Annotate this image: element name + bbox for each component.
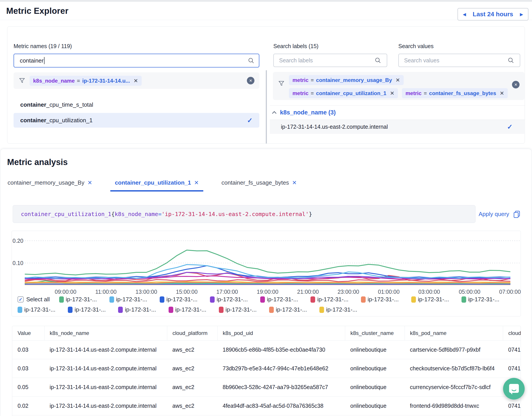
table-column-header: k8s_cluster_name: [345, 326, 405, 340]
legend-item[interactable]: ip-172-31-...: [462, 296, 499, 303]
legend-label: ip-172-31-...: [75, 306, 106, 313]
legend-item[interactable]: ip-172-31-...: [319, 306, 357, 313]
x-axis-label: 11:00:00: [95, 289, 116, 295]
table-cell: 07415: [503, 359, 521, 378]
select-all-checkbox[interactable]: ✓ Select all: [18, 296, 50, 303]
remove-filter-icon[interactable]: ✕: [390, 90, 394, 96]
metric-list-item[interactable]: container_cpu_utilization_1✓: [14, 113, 259, 128]
table-cell: [44, 415, 167, 416]
legend-item[interactable]: ip-172-31-...: [411, 296, 449, 303]
legend-item[interactable]: ip-172-31-...: [160, 296, 198, 303]
query-label-value: 'ip-172-31-14-14.us-east-2.compute.inter…: [162, 211, 309, 217]
label-group: k8s_node_name (3) ip-172-31-14-14.us-eas…: [270, 105, 525, 134]
close-tab-icon[interactable]: ✕: [292, 179, 297, 186]
filter-chip-key: metric: [405, 90, 421, 96]
filter-icon: [19, 78, 25, 84]
tab-label: container_memory_usage_By: [8, 179, 84, 186]
clear-all-filters-button[interactable]: ✕: [512, 81, 520, 89]
x-axis-label: 23:00:00: [338, 289, 359, 295]
x-axis-label: 13:00:00: [135, 289, 157, 295]
table-row[interactable]: 0.02ip-172-31-14-14.us-east-2.compute.in…: [12, 396, 521, 415]
close-tab-icon[interactable]: ✕: [87, 179, 92, 186]
legend-item[interactable]: ip-172-31-...: [361, 296, 399, 303]
legend-item[interactable]: ip-172-31-...: [311, 296, 348, 303]
chart-legend-row-2: ip-172-31-...ip-172-31-...ip-172-31-...i…: [18, 306, 370, 313]
legend-item[interactable]: ip-172-31-...: [118, 306, 156, 313]
tab-container_cpu_utilization_1[interactable]: container_cpu_utilization_1✕: [110, 178, 203, 191]
query-label-key: k8s_node_name: [114, 211, 158, 217]
table-cell: ip-172-31-14-14.us-east-2.compute.intern…: [44, 396, 167, 415]
label-group-title: k8s_node_name (3): [280, 109, 336, 116]
table-cell: aws_ec2: [167, 340, 217, 359]
remove-filter-icon[interactable]: ✕: [500, 90, 504, 96]
filter-chip: k8s_node_name = ip-172-31-14-14.u... ✕: [29, 76, 142, 86]
remove-filter-icon[interactable]: ✕: [396, 77, 400, 83]
filter-chip-value: container_memory_usage_By: [316, 77, 392, 83]
table-cell: 18906cb5-e86b-4f85-b35e-ecb0ae4fa730: [217, 340, 345, 359]
legend-label: ip-172-31-...: [166, 296, 198, 303]
close-tab-icon[interactable]: ✕: [194, 179, 199, 186]
tab-container_memory_usage_By[interactable]: container_memory_usage_By✕: [3, 178, 96, 191]
explorer-card: Metric names (19 / 119) container k8s_no…: [7, 26, 525, 144]
filter-chip: metric=container_cpu_utilization_1✕: [289, 88, 398, 98]
select-all-label: Select all: [26, 296, 50, 303]
search-values-input[interactable]: [398, 54, 520, 67]
legend-swatch: [269, 307, 274, 313]
table-cell: aws_ec2: [167, 378, 217, 396]
metric-list-item[interactable]: container_cpu_time_s_total: [14, 97, 259, 112]
filter-chip: metric=container_memory_usage_By✕: [289, 75, 404, 85]
table-cell: onlineboutique: [345, 340, 405, 359]
search-values-label: Search values: [398, 43, 434, 50]
table-row[interactable]: [12, 415, 521, 416]
apply-query-button[interactable]: Apply query: [479, 205, 509, 223]
legend-label: ip-172-31-...: [418, 296, 449, 303]
panel-scrollbar[interactable]: [266, 70, 267, 144]
metric-search-input[interactable]: container: [14, 54, 259, 68]
legend-item[interactable]: ip-172-31-...: [260, 296, 298, 303]
legend-swatch: [109, 297, 114, 303]
label-value-item[interactable]: ip-172-31-14-14.us-east-2.compute.intern…: [270, 119, 525, 134]
time-range-selector[interactable]: ◀ Last 24 hours ▶: [457, 8, 528, 20]
chat-launcher-button[interactable]: [503, 378, 525, 399]
query-metric: container_cpu_utilization_1: [21, 211, 111, 217]
promql-query-box[interactable]: container_cpu_utilization_1{k8s_node_nam…: [13, 205, 475, 223]
remove-filter-icon[interactable]: ✕: [134, 78, 138, 84]
search-labels-input[interactable]: [273, 54, 387, 67]
legend-item[interactable]: ip-172-31-...: [169, 306, 206, 313]
legend-item[interactable]: ip-172-31-...: [219, 306, 257, 313]
metric-chart: 0.100.2009:00:0011:00:0013:00:0015:00:00…: [11, 231, 521, 317]
tab-container_fs_usage_bytes[interactable]: container_fs_usage_bytes✕: [217, 178, 301, 191]
series-table: Valuek8s_node_namecloud_platformk8s_pod_…: [12, 326, 521, 416]
legend-item[interactable]: ip-172-31-...: [68, 306, 106, 313]
legend-swatch: [219, 307, 224, 313]
copy-query-icon[interactable]: [513, 210, 521, 218]
legend-item[interactable]: ip-172-31-...: [109, 296, 147, 303]
table-cell: onlineboutique: [345, 359, 405, 378]
legend-item[interactable]: ip-172-31-...: [269, 306, 307, 313]
x-axis-label: 01:00:00: [378, 289, 399, 295]
table-row[interactable]: 0.03ip-172-31-14-14.us-east-2.compute.in…: [12, 359, 521, 378]
metric-names-label: Metric names (19 / 119): [14, 43, 72, 50]
legend-item[interactable]: ip-172-31-...: [18, 306, 55, 313]
table-row[interactable]: 0.05ip-172-31-14-14.us-east-2.compute.in…: [12, 378, 521, 396]
line-chart[interactable]: 0.100.2009:00:0011:00:0013:00:0015:00:00…: [12, 231, 521, 317]
label-group-header[interactable]: k8s_node_name (3): [270, 106, 525, 119]
clear-all-filters-button[interactable]: ✕: [247, 77, 255, 84]
table-column-header: k8s_pod_name: [405, 326, 503, 340]
table-header-row: Valuek8s_node_namecloud_platformk8s_pod_…: [12, 326, 521, 340]
prev-time-icon[interactable]: ◀: [463, 12, 466, 17]
metric-name-match: container: [20, 101, 46, 108]
next-time-icon[interactable]: ▶: [520, 12, 523, 17]
legend-item[interactable]: ip-172-31-...: [59, 296, 97, 303]
table-row[interactable]: 0.03ip-172-31-14-14.us-east-2.compute.in…: [12, 340, 521, 359]
metric-filter-bar: k8s_node_name = ip-172-31-14-14.u... ✕ ✕: [14, 72, 259, 89]
filter-chip-value: ip-172-31-14-14.u...: [82, 78, 130, 84]
legend-label: ip-172-31-...: [468, 296, 499, 303]
close-icon: ✕: [514, 82, 517, 87]
y-axis-label: 0.20: [12, 238, 23, 244]
legend-item[interactable]: ip-172-31-...: [210, 296, 248, 303]
legend-swatch: [260, 297, 265, 303]
x-axis-label: 03:00:00: [418, 289, 440, 295]
legend-label: ip-172-31-...: [24, 306, 55, 313]
legend-label: ip-172-31-...: [276, 306, 307, 313]
